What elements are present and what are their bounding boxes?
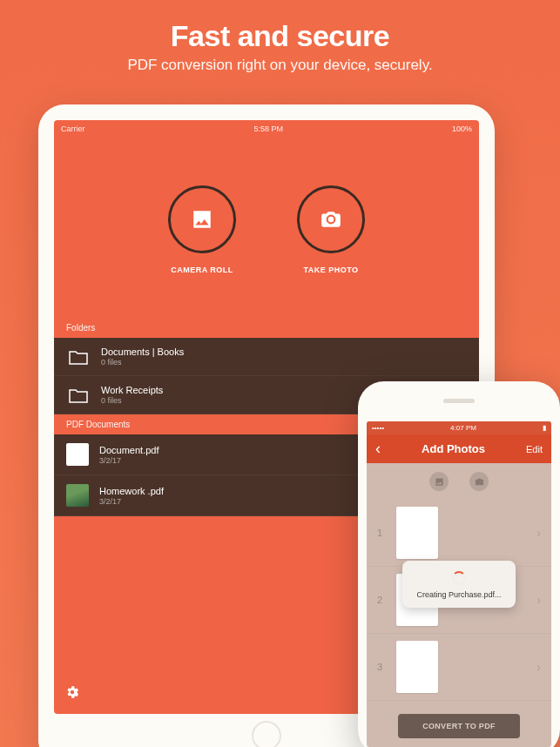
folder-icon [66,347,91,367]
row-number: 3 [377,662,386,672]
hero-subtitle: PDF conversion right on your device, sec… [17,57,543,74]
camera-roll-button[interactable]: CAMERA ROLL [168,185,236,274]
pdf-title: Document.pdf [99,445,159,455]
pdf-date: 3/2/17 [99,497,164,506]
folder-icon [66,386,91,405]
status-time: 5:58 PM [253,124,283,133]
chevron-right-icon: › [536,660,541,674]
row-number: 1 [377,528,386,538]
document-thumb [66,484,89,507]
document-thumb [66,443,89,466]
iphone-statusbar: ••••• 4:07 PM ▮ [367,421,551,434]
photo-thumb [396,507,438,559]
iphone-time: 4:07 PM [450,424,476,432]
status-carrier: Carrier [61,124,85,133]
ipad-home-button[interactable] [252,721,281,747]
battery-icon: ▮ [543,424,546,432]
row-number: 2 [377,595,386,605]
convert-button[interactable]: CONVERT TO PDF [398,714,520,738]
source-buttons: CAMERA ROLL TAKE PHOTO [54,138,479,318]
progress-toast: Creating Purchase.pdf... [402,561,516,608]
pdf-title: Homework .pdf [99,486,164,496]
folder-title: Work Receipts [101,385,163,395]
photo-thumb [396,641,438,693]
camera-roll-label: CAMERA ROLL [168,266,236,274]
status-battery: 100% [452,124,472,133]
iphone-navbar: ‹ Add Photos Edit [367,434,551,463]
spinner-icon [452,571,466,585]
take-photo-label: TAKE PHOTO [297,266,365,274]
signal-icon: ••••• [372,424,384,432]
back-button[interactable]: ‹ [375,440,381,458]
list-item[interactable]: Documents | Books 0 files [54,338,479,376]
chevron-right-icon: › [536,526,541,540]
iphone-screen: ••••• 4:07 PM ▮ ‹ Add Photos Edit 1 › 2 … [367,421,551,747]
folder-sub: 0 files [101,396,163,405]
edit-button[interactable]: Edit [526,444,543,454]
iphone-source-icons [367,463,551,500]
folder-sub: 0 files [101,358,184,367]
photo-row[interactable]: 3 › [367,634,551,701]
settings-button[interactable] [64,688,80,703]
chevron-right-icon: › [536,593,541,607]
pdf-date: 3/2/17 [99,456,159,465]
iphone-mock: ••••• 4:07 PM ▮ ‹ Add Photos Edit 1 › 2 … [358,381,560,747]
nav-title: Add Photos [422,442,485,455]
hero: Fast and secure PDF conversion right on … [0,0,560,84]
iphone-speaker [443,399,475,403]
toast-message: Creating Purchase.pdf... [416,590,502,599]
photo-row[interactable]: 1 › [367,500,551,567]
camera-icon [297,185,365,253]
ipad-statusbar: Carrier 5:58 PM 100% [54,120,479,138]
camera-icon[interactable] [469,472,489,491]
image-icon [168,185,236,253]
hero-title: Fast and secure [17,19,543,53]
take-photo-button[interactable]: TAKE PHOTO [297,185,365,274]
folder-title: Documents | Books [101,347,184,357]
folders-header: Folders [54,318,479,338]
gallery-icon[interactable] [429,472,449,491]
